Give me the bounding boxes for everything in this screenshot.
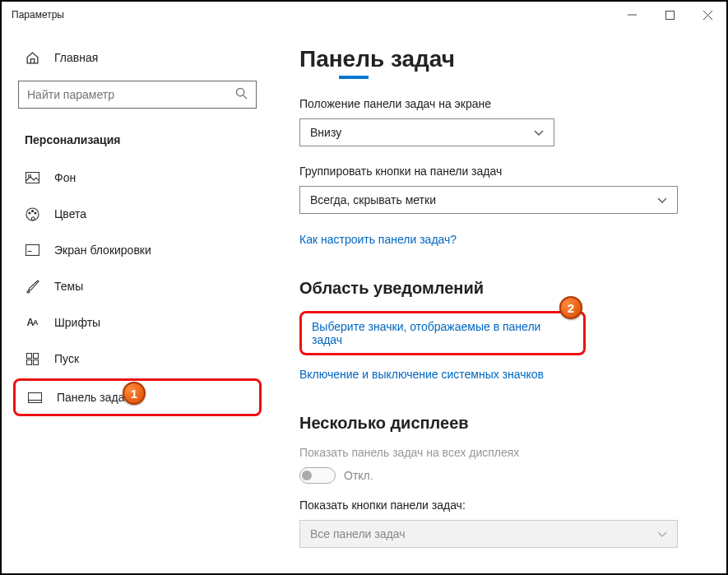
sidebar-home[interactable]: Главная [13, 41, 262, 74]
svg-rect-16 [26, 359, 31, 364]
svg-rect-6 [26, 173, 39, 183]
start-icon [25, 351, 39, 366]
combine-label: Группировать кнопки на панели задач [299, 165, 702, 178]
svg-rect-14 [26, 353, 31, 358]
svg-rect-18 [28, 392, 41, 402]
svg-rect-15 [33, 353, 38, 358]
window-title: Параметры [12, 9, 64, 21]
highlight-select-icons: Выберите значки, отображаемые в панели з… [299, 311, 586, 355]
page-title: Панель задач [299, 46, 702, 72]
system-icons-link[interactable]: Включение и выключение системных значков [299, 368, 544, 381]
show-all-toggle [299, 467, 336, 484]
sidebar-item-label: Шрифты [54, 316, 100, 329]
sidebar-item-label: Пуск [54, 352, 79, 365]
sidebar-item-label: Панель задач [57, 391, 130, 404]
sidebar-item-label: Цвета [54, 207, 86, 220]
toggle-knob [302, 471, 312, 480]
font-icon: AA [25, 315, 39, 330]
brush-icon [25, 279, 39, 294]
sidebar-item-label: Экран блокировки [54, 243, 151, 257]
notification-area-title: Область уведомлений [299, 279, 702, 298]
search-input[interactable] [18, 81, 257, 109]
maximize-button[interactable] [651, 2, 689, 28]
show-buttons-value: Все панели задач [310, 527, 405, 540]
toggle-state: Откл. [344, 469, 373, 482]
search-field[interactable] [27, 88, 235, 101]
annotation-badge-1: 1 [123, 382, 146, 405]
svg-rect-12 [26, 245, 39, 256]
position-dropdown[interactable]: Внизу [299, 118, 554, 146]
show-all-label: Показать панель задач на всех дисплеях [299, 446, 702, 459]
sidebar-section: Персонализация [13, 123, 262, 156]
combine-value: Всегда, скрывать метки [310, 193, 436, 206]
sidebar-item-lockscreen[interactable]: Экран блокировки [13, 234, 262, 267]
chevron-down-icon [657, 193, 667, 206]
sidebar-item-label: Фон [54, 171, 76, 184]
svg-rect-17 [33, 359, 38, 364]
sidebar-home-label: Главная [54, 51, 98, 64]
show-buttons-dropdown: Все панели задач [299, 520, 678, 548]
svg-rect-13 [27, 251, 31, 252]
svg-point-11 [35, 212, 36, 214]
lockscreen-icon [25, 243, 39, 257]
taskbar-icon [27, 390, 42, 405]
minimize-button[interactable] [613, 2, 651, 28]
home-icon [25, 50, 39, 65]
position-label: Положение панели задач на экране [299, 97, 702, 110]
sidebar: Главная Персонализация Фон Цвета Экран б… [2, 28, 273, 573]
svg-line-5 [243, 95, 247, 99]
svg-point-4 [236, 88, 243, 95]
chevron-down-icon [657, 527, 667, 540]
close-button[interactable] [689, 2, 726, 28]
svg-point-9 [29, 212, 30, 214]
howto-link[interactable]: Как настроить панели задач? [299, 233, 457, 246]
position-value: Внизу [310, 126, 341, 139]
combine-dropdown[interactable]: Всегда, скрывать метки [299, 186, 678, 214]
sidebar-item-start[interactable]: Пуск [13, 342, 262, 375]
select-icons-link[interactable]: Выберите значки, отображаемые в панели з… [312, 320, 573, 346]
svg-point-10 [31, 210, 33, 211]
sidebar-section-label: Персонализация [25, 133, 120, 146]
palette-icon [25, 206, 39, 221]
show-buttons-label: Показать кнопки панели задач: [299, 498, 702, 512]
multi-displays-title: Несколько дисплеев [299, 414, 702, 433]
show-all-toggle-row: Откл. [299, 467, 702, 484]
main-content: Панель задач Положение панели задач на э… [273, 28, 726, 573]
picture-icon [25, 170, 39, 185]
sidebar-item-label: Темы [54, 280, 83, 293]
accent-bar [339, 76, 369, 79]
sidebar-item-colors[interactable]: Цвета [13, 197, 262, 230]
search-icon [235, 87, 248, 102]
svg-rect-1 [665, 11, 674, 19]
sidebar-item-background[interactable]: Фон [13, 161, 262, 194]
annotation-badge-2: 2 [559, 296, 582, 319]
chevron-down-icon [534, 126, 544, 139]
sidebar-item-fonts[interactable]: AA Шрифты [13, 306, 262, 339]
window-controls [613, 2, 726, 28]
sidebar-item-themes[interactable]: Темы [13, 270, 262, 303]
